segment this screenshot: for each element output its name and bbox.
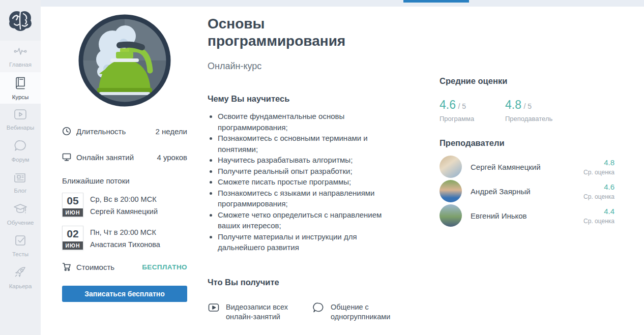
stream-schedule: Ср, Вс в 20:00 МСК bbox=[90, 193, 158, 205]
duration-row: Длительность 2 недели bbox=[62, 126, 187, 136]
sidebar-item-career[interactable]: Карьера bbox=[0, 261, 41, 293]
rating-value: 4.8 bbox=[505, 98, 521, 111]
date-month: ИЮН bbox=[63, 241, 83, 250]
benefits-grid: Видеозаписи всех онлайн-занятий Общение … bbox=[208, 301, 403, 335]
date-month: ИЮН bbox=[63, 208, 83, 217]
cost-value: БЕСПЛАТНО bbox=[142, 263, 187, 271]
learn-item: Познакомитесь с языками и направлениями … bbox=[218, 188, 403, 209]
top-banner-fragment bbox=[403, 0, 469, 3]
stream-schedule: Пн, Чт в 20:00 МСК bbox=[90, 226, 160, 238]
rating-program: 4.6 / 5 Программа bbox=[440, 98, 505, 123]
pulse-icon bbox=[14, 46, 27, 59]
page-subtitle: Онлайн-курс bbox=[208, 61, 403, 72]
book-icon bbox=[14, 76, 26, 92]
sidebar-item-education[interactable]: Обучение bbox=[0, 198, 41, 230]
learn-item: Познакомитесь с основными терминами и по… bbox=[218, 133, 403, 155]
stream-teacher: Сергей Камянецкий bbox=[90, 205, 158, 218]
video-record-icon bbox=[208, 301, 220, 314]
learn-item: Получите материалы и инструкции для даль… bbox=[218, 231, 403, 253]
blog-icon bbox=[14, 172, 27, 185]
teacher-row[interactable]: Евгений Иньков 4.4 Ср. оценка bbox=[440, 203, 614, 228]
career-icon bbox=[14, 265, 27, 281]
stream-teacher: Анастасия Тихонова bbox=[90, 238, 160, 251]
sidebar-item-forum[interactable]: Форум bbox=[0, 135, 41, 167]
duration-label: Длительность bbox=[76, 127, 155, 136]
avatar bbox=[440, 156, 462, 178]
education-icon bbox=[13, 203, 27, 217]
date-day: 02 bbox=[63, 226, 83, 241]
teachers-list: Сергей Камянецкий 4.8 Ср. оценка Андрей … bbox=[440, 155, 614, 228]
avatar bbox=[440, 204, 462, 227]
teacher-row[interactable]: Сергей Камянецкий 4.8 Ср. оценка bbox=[440, 155, 614, 179]
forum-icon bbox=[14, 140, 27, 154]
sidebar-item-tests[interactable]: Тесты bbox=[0, 230, 41, 261]
teachers-section-title: Преподаватели bbox=[440, 138, 614, 148]
sidebar-item-blog[interactable]: Блог bbox=[0, 167, 41, 198]
brain-logo[interactable] bbox=[0, 0, 41, 41]
date-badge: 05 ИЮН bbox=[62, 193, 83, 217]
sidebar-item-label: Вебинары bbox=[7, 125, 34, 131]
sidebar-item-label: Форум bbox=[12, 157, 30, 163]
sidebar: Главная Курсы Вебинары Форум Блог Обучен… bbox=[0, 0, 41, 335]
teacher-rating-value: 4.8 bbox=[583, 158, 614, 167]
sidebar-item-webinars[interactable]: Вебинары bbox=[0, 104, 41, 135]
learn-item: Сможете писать простые программы; bbox=[218, 176, 403, 188]
monitor-icon bbox=[62, 153, 71, 162]
sidebar-item-label: Курсы bbox=[12, 94, 29, 100]
course-main: Основы программирования Онлайн-курс Чему… bbox=[208, 15, 403, 335]
sidebar-item-home[interactable]: Главная bbox=[0, 41, 41, 72]
teacher-rating-label: Ср. оценка bbox=[583, 193, 614, 200]
cart-icon bbox=[62, 262, 71, 271]
learn-section-title: Чему Вы научитесь bbox=[208, 94, 403, 104]
learn-item: Сможете четко определиться с направление… bbox=[218, 209, 403, 231]
top-band bbox=[41, 0, 644, 7]
lessons-row: Онлайн занятий 4 уроков bbox=[62, 152, 187, 162]
sidebar-item-label: Блог bbox=[14, 188, 27, 194]
teacher-row[interactable]: Андрей Заярный 4.6 Ср. оценка bbox=[440, 179, 614, 203]
rating-label: Программа bbox=[440, 115, 505, 123]
sidebar-item-label: Главная bbox=[9, 62, 32, 68]
stream-row: 05 ИЮН Ср, Вс в 20:00 МСК Сергей Камянец… bbox=[62, 193, 187, 218]
teacher-rating-label: Ср. оценка bbox=[583, 169, 614, 176]
enroll-button[interactable]: Записаться бесплатно bbox=[62, 286, 187, 302]
sidebar-item-courses[interactable]: Курсы bbox=[0, 72, 41, 104]
learn-item: Освоите фундаментальные основы программи… bbox=[218, 111, 403, 133]
date-day: 05 bbox=[63, 193, 83, 208]
cost-row: Стоимость БЕСПЛАТНО bbox=[62, 262, 187, 272]
rating-max: / 5 bbox=[523, 102, 532, 110]
webinar-icon bbox=[14, 109, 27, 122]
rating-max: / 5 bbox=[458, 102, 466, 110]
ratings-panel: Средние оценки 4.6 / 5 Программа 4.8 / 5… bbox=[440, 76, 614, 228]
teacher-rating-value: 4.4 bbox=[583, 207, 614, 216]
learn-item: Получите реальный опыт разработки; bbox=[218, 166, 403, 177]
ratings-row: 4.6 / 5 Программа 4.8 / 5 Преподаватель bbox=[440, 98, 614, 123]
benefit-item: Видеозаписи всех онлайн-занятий bbox=[208, 301, 312, 322]
avatar bbox=[440, 180, 462, 202]
page-title: Основы программирования bbox=[208, 15, 403, 50]
learn-item: Научитесь разрабатывать алгоритмы; bbox=[218, 155, 403, 166]
teacher-name: Андрей Заярный bbox=[471, 187, 583, 196]
cost-label: Стоимость bbox=[76, 263, 142, 271]
teacher-name: Евгений Иньков bbox=[471, 211, 583, 220]
benefit-text: Видеозаписи всех онлайн-занятий bbox=[226, 301, 303, 322]
teacher-rating-value: 4.6 bbox=[583, 182, 614, 191]
tests-icon bbox=[14, 234, 26, 249]
teacher-name: Сергей Камянецкий bbox=[471, 163, 583, 171]
chat-icon bbox=[312, 301, 325, 314]
sidebar-item-label: Обучение bbox=[7, 220, 34, 226]
rating-teacher: 4.8 / 5 Преподаватель bbox=[505, 98, 571, 123]
benefit-text: Общение с одногруппниками bbox=[331, 301, 403, 322]
lessons-label: Онлайн занятий bbox=[76, 153, 157, 162]
streams-title: Ближайшие потоки bbox=[62, 176, 187, 185]
clock-icon bbox=[62, 127, 71, 136]
date-badge: 02 ИЮН bbox=[62, 226, 83, 250]
sidebar-item-label: Тесты bbox=[12, 251, 28, 257]
rating-label: Преподаватель bbox=[505, 115, 571, 123]
benefit-item: Общение с одногруппниками bbox=[312, 301, 403, 322]
course-image-kettle bbox=[77, 13, 172, 108]
learn-list: Освоите фундаментальные основы программи… bbox=[208, 111, 403, 253]
ratings-section-title: Средние оценки bbox=[440, 76, 614, 86]
stream-row: 02 ИЮН Пн, Чт в 20:00 МСК Анастасия Тихо… bbox=[62, 226, 187, 251]
lessons-value: 4 уроков bbox=[157, 153, 187, 162]
sidebar-item-label: Карьера bbox=[9, 283, 32, 289]
